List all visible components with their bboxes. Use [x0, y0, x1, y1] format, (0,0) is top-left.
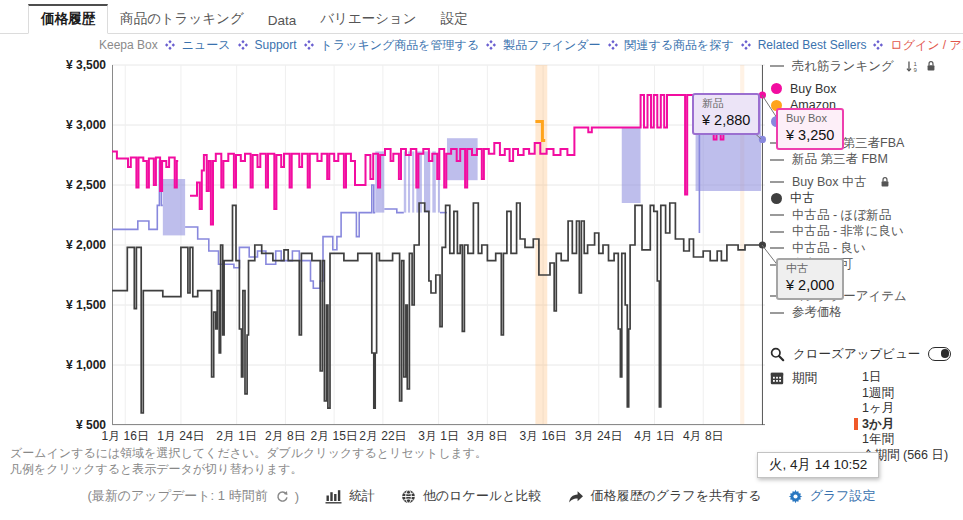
new-price-oscillation-band — [408, 151, 410, 212]
tooltip-series-label: Buy Box — [786, 112, 834, 126]
magnifier-icon — [770, 347, 785, 362]
legend-label: 新品 第三者 FBM — [792, 151, 888, 168]
legend-item-new-fbm[interactable]: 新品 第三者 FBM — [770, 152, 962, 169]
legend-dash-marker — [770, 181, 784, 183]
period-option-3months[interactable]: 3か月 — [854, 417, 948, 433]
statistics-button[interactable]: 統計 — [325, 487, 375, 505]
globe-icon — [401, 489, 416, 504]
share-arrow-icon — [568, 489, 584, 504]
legend-label: 中古品 - 良い — [792, 240, 866, 257]
legend-dash-marker — [770, 247, 784, 249]
legend-label: 参考価格 — [792, 304, 842, 321]
legend-item-used[interactable]: 中古 — [770, 191, 962, 208]
diamond-separator-icon — [741, 40, 751, 50]
diamond-separator-icon — [486, 40, 496, 50]
last-update-status: (最新のアップデート: 1 時間前 ) — [87, 487, 299, 505]
price-history-plot[interactable] — [112, 65, 765, 425]
legend-dash-marker — [770, 231, 784, 233]
legend-dash-marker — [770, 312, 784, 314]
legend-dash-marker — [770, 214, 784, 216]
refresh-icon[interactable] — [275, 490, 288, 503]
legend-label: 中古品 - ほぼ新品 — [792, 207, 891, 224]
svg-text:1: 1 — [913, 60, 917, 66]
series-中古 — [112, 203, 762, 413]
y-tick-label: ¥ 1,500 — [50, 297, 106, 313]
tooltip-series-label: 中古 — [786, 262, 834, 276]
sub-navigation: Keepa Box ニュース Support トラッキング商品を管理する 製品フ… — [99, 36, 963, 54]
new-price-oscillation-band — [447, 138, 478, 180]
legend-label: 中古 — [790, 190, 815, 207]
legend-label: 売れ筋ランキング — [792, 58, 894, 75]
period-selector: 期間 1日 1週間 1ヶ月 3か月 1年間 全期間 (566 日) — [770, 370, 962, 463]
tooltip-series-label: 新品 — [702, 97, 750, 111]
sort-numeric-icon: 19 — [906, 60, 919, 73]
svg-text:9: 9 — [913, 67, 917, 73]
y-tick-label: ¥ 3,000 — [50, 117, 106, 133]
subnav-news-link[interactable]: ニュース — [182, 37, 231, 54]
legend-item-sales-rank[interactable]: 売れ筋ランキング 19 — [770, 58, 962, 75]
tab-price-history[interactable]: 価格履歴 — [28, 4, 108, 34]
keepa-box-label: Keepa Box — [99, 38, 158, 52]
x-tick-label: 3月 16日 — [511, 428, 575, 445]
subnav-related-best-sellers-link[interactable]: Related Best Sellers — [758, 38, 867, 52]
close-up-view-label: クローズアップビュー — [793, 346, 920, 363]
share-chart-button[interactable]: 価格履歴のグラフを共有する — [568, 487, 762, 505]
tab-data[interactable]: Data — [256, 9, 309, 33]
compare-locales-button[interactable]: 他のロケールと比較 — [401, 487, 542, 505]
y-tick-label: ¥ 3,500 — [50, 57, 106, 73]
period-label: 期間 — [792, 370, 817, 387]
legend-dash-marker — [770, 65, 784, 67]
new-price-oscillation-band — [412, 151, 414, 212]
x-tick-label: 3月 24日 — [567, 428, 631, 445]
subnav-product-finder-link[interactable]: 製品ファインダー — [503, 37, 600, 54]
series-新品 — [384, 209, 404, 213]
tooltip-value: ¥ 3,250 — [786, 126, 834, 144]
new-price-oscillation-band — [404, 151, 406, 212]
legend-label: Buy Box — [790, 82, 837, 96]
diamond-separator-icon — [304, 40, 314, 50]
endpoint-dot-新品 — [759, 136, 766, 143]
calendar-icon — [770, 371, 784, 385]
legend-item-used-very-good[interactable]: 中古品 - 非常に良い — [770, 224, 962, 241]
x-tick-label: 1月 16日 — [93, 428, 157, 445]
subnav-support-link[interactable]: Support — [255, 38, 297, 52]
x-tick-label: 4月 8日 — [671, 428, 735, 445]
zoom-hint-text: ズームインするには領域を選択してください。ダブルクリックするとリセットします。 — [10, 445, 487, 462]
legend-item-buy-box[interactable]: Buy Box — [770, 81, 962, 98]
graph-settings-button[interactable]: グラフ設定 — [788, 487, 876, 505]
tab-variations[interactable]: バリエーション — [308, 6, 428, 33]
legend-item-used-good[interactable]: 中古品 - 良い — [770, 240, 962, 257]
tooltip-buy-box-price: Buy Box ¥ 3,250 — [776, 108, 844, 150]
period-option-1year[interactable]: 1年間 — [854, 432, 948, 448]
legend-item-list-price[interactable]: 参考価格 — [770, 305, 962, 322]
period-option-1month[interactable]: 1ヶ月 — [854, 401, 948, 417]
legend-item-buy-box-used[interactable]: Buy Box 中古 — [770, 174, 962, 191]
period-option-1day[interactable]: 1日 — [854, 370, 948, 386]
gear-icon — [788, 489, 803, 504]
close-up-view-toggle[interactable] — [928, 347, 951, 361]
bar-chart-icon — [325, 489, 342, 504]
tooltip-value: ¥ 2,000 — [786, 276, 834, 294]
keepa-price-history-page: 価格履歴 商品のトラッキング Data バリエーション 設定 Keepa Box… — [0, 0, 963, 520]
bottom-toolbar: (最新のアップデート: 1 時間前 ) 統計 他のロケールと比較 価格履歴のグラ… — [0, 487, 963, 505]
legend-label: Buy Box 中古 — [792, 174, 867, 191]
login-register-link[interactable]: ログイン / アカウントの登録 — [890, 37, 963, 54]
tooltip-value: ¥ 2,880 — [702, 111, 750, 129]
period-option-1week[interactable]: 1週間 — [854, 386, 948, 402]
subnav-manage-tracked-link[interactable]: トラッキング商品を管理する — [321, 37, 480, 54]
lock-icon — [879, 176, 891, 188]
tab-settings[interactable]: 設定 — [429, 6, 480, 33]
legend-hint-text: 凡例をクリックすると表示データが切り替わります。 — [10, 461, 303, 478]
diamond-separator-icon — [238, 40, 248, 50]
tooltip-new-price: 新品 ¥ 2,880 — [692, 93, 760, 135]
tab-bar: 価格履歴 商品のトラッキング Data バリエーション 設定 — [0, 7, 963, 34]
legend-dot-marker — [771, 83, 782, 94]
tooltip-datetime: 火, 4月 14 10:52 — [757, 452, 879, 478]
tab-product-tracking[interactable]: 商品のトラッキング — [108, 6, 256, 33]
x-tick-label: 3月 8日 — [455, 428, 519, 445]
legend-item-used-like-new[interactable]: 中古品 - ほぼ新品 — [770, 207, 962, 224]
subnav-related-products-link[interactable]: 関連する商品を探す — [625, 37, 734, 54]
x-tick-label: 1月 24日 — [149, 428, 213, 445]
diamond-separator-icon — [608, 40, 618, 50]
y-tick-label: ¥ 1,000 — [50, 357, 106, 373]
